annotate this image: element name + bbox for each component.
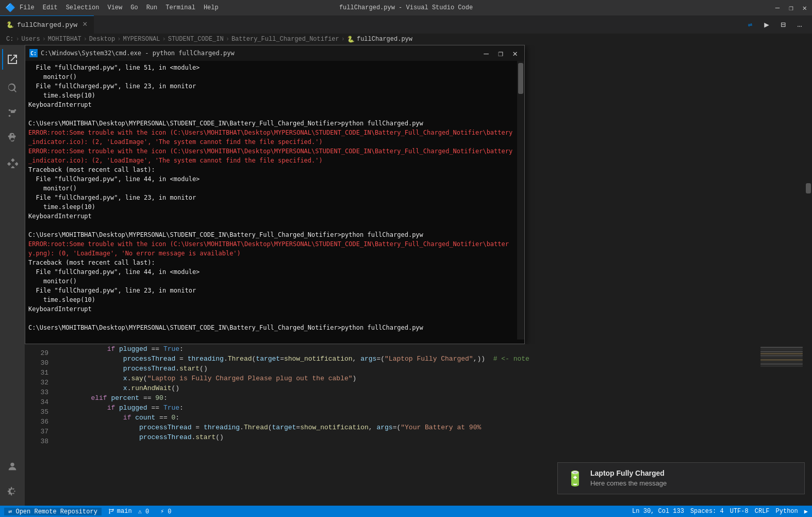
more-actions-button[interactable]: … bbox=[792, 19, 807, 31]
editor-scrollbar[interactable] bbox=[805, 45, 812, 506]
terminal-minimize-button[interactable]: — bbox=[481, 49, 491, 58]
run-button[interactable]: ▶ bbox=[759, 19, 774, 31]
code-line-31: processThread.start() bbox=[51, 364, 758, 374]
terminal-line: File "fullCharged.pyw", line 44, in <mod… bbox=[28, 267, 514, 277]
mm-line bbox=[760, 347, 803, 348]
terminal-line: Traceback (most recent call last): bbox=[28, 165, 514, 174]
breadcrumb-sep4: › bbox=[117, 36, 121, 43]
code-line-32: x.say("Laptop is Fully Charged Please pl… bbox=[51, 374, 758, 383]
line-num: 30 bbox=[29, 358, 48, 368]
svg-point-1 bbox=[9, 115, 11, 117]
git-branch-label: main bbox=[117, 508, 132, 515]
status-line-col[interactable]: Ln 30, Col 133 bbox=[632, 508, 684, 515]
cmd-icon: C: bbox=[29, 49, 38, 57]
status-spaces[interactable]: Spaces: 4 bbox=[690, 508, 724, 515]
menu-terminal[interactable]: Terminal bbox=[165, 4, 195, 11]
close-button[interactable]: ✕ bbox=[803, 4, 807, 12]
status-bar: ⇌ Open Remote Repository main ⚠ 0 ⚡ 0 Ln… bbox=[0, 506, 812, 517]
menu-selection[interactable]: Selection bbox=[66, 4, 100, 11]
terminal-line: File "fullCharged.pyw", line 23, in moni… bbox=[28, 286, 514, 295]
activity-debug[interactable] bbox=[2, 127, 23, 148]
breadcrumb: C: › Users › MOHITBHAT › Desktop › MYPER… bbox=[0, 34, 812, 45]
title-bar: 🔷 File Edit Selection View Go Run Termin… bbox=[0, 0, 812, 15]
menu-view[interactable]: View bbox=[107, 4, 122, 11]
split-editor-button[interactable]: ⊟ bbox=[776, 19, 790, 31]
menu-edit[interactable]: Edit bbox=[43, 4, 58, 11]
title-bar-left: 🔷 File Edit Selection View Go Run Termin… bbox=[5, 3, 219, 13]
terminal-window[interactable]: C: C:\Windows\System32\cmd.exe - python … bbox=[25, 45, 525, 344]
status-line-ending[interactable]: CRLF bbox=[755, 508, 770, 515]
notification-text: Laptop Fully Charged Here comes the mess… bbox=[590, 469, 796, 487]
tab-fullcharged[interactable]: 🐍 fullCharged.pyw × bbox=[0, 15, 94, 34]
status-git-branch[interactable]: main bbox=[108, 508, 132, 515]
terminal-line: KeyboardInterrupt bbox=[28, 212, 514, 221]
line-num: 36 bbox=[29, 417, 48, 427]
activity-explorer[interactable] bbox=[2, 49, 23, 70]
terminal-line: monitor() bbox=[28, 184, 514, 193]
svg-point-3 bbox=[10, 463, 14, 466]
maximize-button[interactable]: ❐ bbox=[789, 4, 793, 12]
line-num: 31 bbox=[29, 368, 48, 378]
tab-bar: 🐍 fullCharged.pyw × ⇌ ▶ ⊟ … bbox=[0, 15, 812, 34]
title-bar-menu[interactable]: File Edit Selection View Go Run Terminal… bbox=[20, 4, 219, 11]
terminal-scrollbar[interactable] bbox=[517, 61, 524, 340]
terminal-blank bbox=[28, 332, 514, 340]
breadcrumb-desktop[interactable]: Desktop bbox=[89, 36, 115, 43]
line-numbers: 29 30 31 32 33 34 35 36 37 38 bbox=[25, 344, 51, 494]
mm-line bbox=[760, 353, 803, 354]
activity-account[interactable] bbox=[2, 456, 23, 477]
menu-run[interactable]: Run bbox=[146, 4, 158, 11]
remote-icon[interactable]: ⇌ bbox=[743, 19, 757, 31]
terminal-line: C:\Users\MOHITBHAT\Desktop\MYPERSONAL\ST… bbox=[28, 230, 514, 239]
breadcrumb-sep3: › bbox=[84, 36, 87, 43]
breadcrumb-sep7: › bbox=[341, 36, 345, 43]
svg-point-0 bbox=[9, 109, 11, 111]
code-line-37: processThread = threading.Thread(target=… bbox=[51, 423, 758, 432]
mm-line bbox=[760, 365, 803, 367]
status-run[interactable]: ▶ bbox=[804, 508, 808, 515]
activity-source-control[interactable] bbox=[2, 103, 23, 123]
minimize-button[interactable]: — bbox=[775, 4, 780, 12]
breadcrumb-sep1: › bbox=[15, 36, 19, 43]
status-remote[interactable]: ⇌ Open Remote Repository bbox=[4, 508, 102, 515]
code-line-38: processThread.start() bbox=[51, 432, 758, 442]
code-line-29: if plugged == True: bbox=[51, 344, 758, 354]
code-line-30: processThread = threading.Thread(target=… bbox=[51, 354, 758, 364]
activity-search[interactable] bbox=[2, 78, 23, 99]
menu-file[interactable]: File bbox=[20, 4, 35, 11]
terminal-line: C:\Users\MOHITBHAT\Desktop\MYPERSONAL\ST… bbox=[28, 323, 514, 332]
terminal-maximize-button[interactable]: ❐ bbox=[495, 49, 506, 58]
status-bar-left: ⇌ Open Remote Repository main ⚠ 0 ⚡ 0 bbox=[4, 508, 172, 515]
svg-point-5 bbox=[109, 512, 110, 513]
breadcrumb-c[interactable]: C: bbox=[6, 36, 13, 43]
mm-line bbox=[760, 361, 803, 363]
terminal-line: monitor() bbox=[28, 72, 514, 82]
activity-extensions[interactable] bbox=[2, 152, 23, 173]
breadcrumb-mohitbhat[interactable]: MOHITBHAT bbox=[48, 36, 81, 43]
title-bar-controls[interactable]: — ❐ ✕ bbox=[775, 4, 807, 12]
status-errors[interactable]: ⚠ 0 ⚡ 0 bbox=[138, 508, 172, 515]
breadcrumb-battery[interactable]: Battery_Full_Charged_Notifier bbox=[231, 36, 339, 43]
status-encoding[interactable]: UTF-8 bbox=[730, 508, 749, 515]
breadcrumb-users[interactable]: Users bbox=[22, 36, 40, 43]
terminal-titlebar: C: C:\Windows\System32\cmd.exe - python … bbox=[25, 45, 524, 61]
breadcrumb-sep6: › bbox=[226, 36, 229, 43]
menu-go[interactable]: Go bbox=[130, 4, 138, 11]
breadcrumb-filename[interactable]: fullCharged.pyw bbox=[357, 36, 412, 43]
code-line-36: if count == 0: bbox=[51, 413, 758, 423]
terminal-line: C:\Users\MOHITBHAT\Desktop\MYPERSONAL\ST… bbox=[28, 119, 514, 128]
menu-help[interactable]: Help bbox=[204, 4, 219, 11]
terminal-close-button[interactable]: ✕ bbox=[510, 49, 520, 58]
breadcrumb-studentcode[interactable]: STUDENT_CODE_IN bbox=[168, 36, 224, 43]
terminal-line: monitor() bbox=[28, 277, 514, 286]
activity-settings[interactable] bbox=[2, 481, 23, 502]
tab-close-button[interactable]: × bbox=[82, 20, 88, 29]
notification-title: Laptop Fully Charged bbox=[590, 469, 796, 477]
status-language[interactable]: Python bbox=[776, 508, 798, 515]
main-layout: C: C:\Windows\System32\cmd.exe - python … bbox=[0, 45, 812, 506]
code-line-35: if plugged == True: bbox=[51, 403, 758, 413]
terminal-controls[interactable]: — ❐ ✕ bbox=[481, 49, 520, 58]
terminal-line: ERROR:root:Some trouble with the icon (C… bbox=[28, 147, 514, 165]
terminal-line: File "fullCharged.pyw", line 44, in <mod… bbox=[28, 174, 514, 184]
breadcrumb-mypersonal[interactable]: MYPERSONAL bbox=[123, 36, 160, 43]
